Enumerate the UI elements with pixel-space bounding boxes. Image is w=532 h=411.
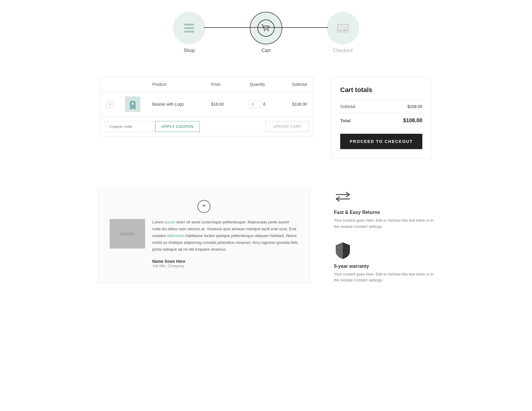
product-img-cell [119, 92, 146, 117]
product-thumbnail [125, 96, 140, 112]
step-shop[interactable]: Shop [163, 12, 216, 53]
svg-rect-1 [184, 27, 194, 29]
svg-rect-0 [184, 24, 194, 25]
step-checkout[interactable]: Checkout [316, 12, 369, 53]
steps-line [204, 27, 328, 28]
svg-point-3 [258, 20, 274, 36]
author-name: Name Goes Here [152, 259, 185, 264]
total-label: Total [340, 118, 351, 123]
feature-returns: Fast & Easy Returns Your content goes he… [334, 188, 434, 230]
svg-rect-2 [184, 31, 194, 33]
step-cart[interactable]: Cart [239, 12, 293, 53]
svg-point-4 [264, 30, 265, 31]
coupon-area: APPLY COUPON [101, 121, 200, 132]
returns-desc: Your content goes here. Edit or remove t… [334, 217, 434, 230]
subtotal-value: $108.00 [407, 104, 422, 109]
bottom-section: ❝ 600x900 Lorem ipsum dolor sit amet sce… [0, 164, 532, 301]
update-cart-button[interactable]: UPDATE CART [266, 121, 309, 132]
col-product: Product [146, 77, 205, 92]
checkout-label: Checkout [333, 48, 353, 53]
cart-circle [250, 12, 282, 44]
product-subtotal-cell: $108.00 [276, 92, 313, 117]
remove-cell: × [101, 92, 119, 117]
qty-input[interactable] [249, 100, 261, 108]
svg-rect-6 [338, 24, 348, 32]
product-qty-cell: 6 [238, 92, 276, 117]
shop-circle [173, 12, 205, 44]
shop-label: Shop [184, 48, 194, 53]
subtotal-row: Subtotal $108.00 [340, 100, 422, 113]
testimonial-box: ❝ 600x900 Lorem ipsum dolor sit amet sce… [98, 188, 310, 283]
svg-rect-10 [132, 102, 134, 105]
checkout-steps: Shop Cart Checkout [0, 0, 532, 71]
quote-icon: ❝ [197, 200, 210, 213]
col-price: Price [205, 77, 238, 92]
avatar-label: 600x900 [120, 232, 135, 236]
remove-item-button[interactable]: × [107, 101, 113, 107]
col-quantity: Quantity [238, 77, 276, 92]
qty-display: 6 [244, 100, 270, 108]
warranty-title: 5-year warranty [334, 264, 369, 269]
col-remove [101, 77, 119, 92]
returns-title: Fast & Easy Returns [334, 210, 380, 215]
checkout-circle [327, 12, 359, 44]
svg-rect-9 [343, 30, 347, 30]
feature-warranty: 5-year warranty Your content goes here. … [334, 242, 434, 284]
cart-totals-section: Cart totals Subtotal $108.00 Total $108.… [331, 77, 432, 158]
cart-totals-title: Cart totals [340, 86, 422, 94]
avatar: 600x900 [110, 219, 145, 249]
cart-table-section: Product Price Quantity Subtotal × [100, 77, 313, 136]
total-value: $108.00 [403, 117, 422, 124]
total-row: Total $108.00 [340, 113, 422, 128]
svg-point-5 [267, 30, 269, 31]
warranty-icon [334, 242, 352, 260]
cart-table: Product Price Quantity Subtotal × [100, 77, 313, 117]
testimonial-text: Lorem ipsum dolor sit amet scelerisque p… [152, 219, 298, 253]
product-name-cell: Beanie with Logo [146, 92, 205, 117]
col-img [119, 77, 146, 92]
apply-coupon-button[interactable]: APPLY COUPON [155, 121, 200, 132]
testimonial-author: Name Goes Here Job title, Company [110, 259, 185, 268]
table-row: × Beanie with Logo $18.00 [101, 92, 313, 117]
coupon-input[interactable] [105, 121, 155, 132]
cart-label: Cart [262, 48, 270, 53]
returns-icon [334, 188, 352, 206]
subtotal-label: Subtotal [340, 104, 355, 109]
product-price-cell: $18.00 [205, 92, 238, 117]
proceed-checkout-button[interactable]: PROCEED TO CHECKOUT [340, 134, 422, 149]
col-subtotal: Subtotal [276, 77, 313, 92]
warranty-desc: Your content goes here. Edit or remove t… [334, 271, 434, 284]
cart-totals-box: Cart totals Subtotal $108.00 Total $108.… [331, 77, 432, 158]
qty-value: 6 [263, 102, 266, 107]
svg-rect-7 [338, 26, 348, 28]
testimonial-inner: 600x900 Lorem ipsum dolor sit amet scele… [110, 219, 298, 253]
cart-actions: APPLY COUPON UPDATE CART [100, 117, 313, 136]
author-title: Job title, Company [152, 264, 185, 268]
features-section: Fast & Easy Returns Your content goes he… [334, 188, 434, 283]
main-content: Product Price Quantity Subtotal × [0, 71, 532, 164]
svg-rect-8 [339, 30, 342, 30]
